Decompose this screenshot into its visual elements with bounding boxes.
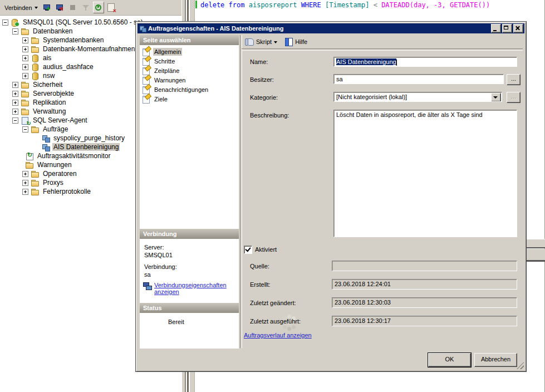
connection-label: Verbindung: (140, 258, 239, 270)
help-button[interactable]: Hilfe (282, 37, 310, 46)
folder-icon (31, 179, 40, 187)
executed-value: 23.06.2018 12:30:17 (332, 316, 517, 326)
connect-object-explorer-button[interactable] (42, 2, 53, 13)
source-label: Quelle: (250, 263, 269, 270)
stop-icon (70, 5, 75, 10)
enabled-label: Aktiviert (255, 246, 277, 253)
server-label: Server: (140, 239, 239, 251)
toolbar-separator (242, 48, 523, 51)
dialog-titlebar[interactable]: Auftragseigenschaften - AIS Datenbereini… (138, 23, 524, 33)
owner-input[interactable]: sa (333, 74, 504, 84)
modified-label: Zuletzt geändert: (250, 300, 296, 306)
nav-item-warnungen[interactable]: Warnungen (140, 75, 239, 85)
close-button[interactable] (513, 24, 523, 33)
ok-button[interactable]: OK (428, 353, 471, 367)
cancel-button[interactable]: Abbrechen (474, 353, 517, 367)
name-label: Name: (250, 58, 268, 65)
expand-icon[interactable] (22, 64, 28, 70)
nav-item-ziele[interactable]: Ziele (140, 94, 239, 104)
expand-icon[interactable] (22, 180, 28, 186)
splitter-line (187, 372, 189, 392)
sql-code-line[interactable]: delete from aisposreport WHERE [Timestam… (200, 1, 490, 9)
enabled-checkbox[interactable] (244, 246, 252, 254)
collapse-icon[interactable] (12, 117, 18, 124)
executed-label: Zuletzt ausgeführt: (250, 318, 301, 325)
connection-properties-link[interactable]: Verbindungseigenschaftenanzeigen (154, 282, 227, 295)
expand-icon[interactable] (22, 55, 28, 61)
filter-icon (82, 4, 90, 11)
category-browse-button: ... (507, 92, 521, 103)
resize-grip[interactable] (517, 362, 524, 369)
connection-panel: Server: SMSQL01 Verbindung: sa Verbindun… (140, 239, 239, 303)
description-textarea[interactable]: Löscht Daten in aisposreport, die älter … (333, 110, 517, 237)
background-window-edge-bottom (527, 249, 545, 262)
chevron-down-icon (274, 41, 277, 45)
expand-icon[interactable] (22, 37, 28, 43)
expand-icon[interactable] (12, 100, 18, 106)
nav-item-schritte[interactable]: Schritte (140, 56, 239, 66)
modified-value: 23.06.2018 12:30:03 (332, 297, 517, 308)
activity-monitor-icon (26, 152, 35, 160)
page-icon (142, 76, 151, 84)
folder-icon (31, 125, 40, 134)
nav-item-benachrichtigungen[interactable]: Benachrichtigungen (140, 85, 239, 94)
expand-icon[interactable] (12, 109, 18, 115)
expand-icon[interactable] (22, 46, 28, 52)
collapse-icon[interactable] (12, 28, 18, 35)
expand-icon[interactable] (12, 91, 18, 97)
collapse-icon[interactable] (22, 126, 28, 133)
editor-change-bar (195, 1, 197, 8)
page-icon (142, 57, 151, 65)
name-input[interactable]: AIS Datenbereinigung (333, 57, 517, 67)
folder-icon (21, 90, 30, 98)
source-input (332, 261, 517, 271)
background-window-edge-top (527, 239, 545, 248)
job-icon (42, 134, 51, 143)
dropdown-arrow-icon[interactable] (491, 93, 501, 102)
expand-icon[interactable] (22, 189, 28, 195)
owner-browse-button[interactable]: ... (507, 74, 521, 85)
filter-button (80, 2, 91, 13)
panel-divider (240, 35, 242, 348)
stop-button (67, 2, 78, 13)
folder-icon (21, 107, 30, 116)
script-icon (245, 38, 254, 46)
maximize-button[interactable] (502, 24, 512, 33)
chevron-down-icon (35, 7, 38, 11)
script-button-label: Skript (256, 38, 272, 45)
script-button[interactable]: Skript (243, 37, 279, 46)
job-icon (42, 143, 51, 151)
disconnect-button[interactable] (55, 2, 66, 13)
connect-button-label: Verbinden (4, 4, 32, 11)
dialog-title: Auftragseigenschaften - AIS Datenbereini… (148, 25, 283, 32)
job-history-link[interactable]: Auftragsverlauf anzeigen (244, 332, 312, 339)
text-cursor (396, 60, 397, 66)
nav-item-allgemein[interactable]: Allgemein (140, 47, 239, 56)
status-text: Bereit (168, 318, 184, 325)
page-icon (142, 47, 151, 56)
folder-icon (21, 99, 30, 107)
folder-icon (31, 170, 40, 178)
page-icon (142, 85, 151, 94)
dialog-toolbar: Skript Hilfe (243, 36, 310, 47)
expand-icon[interactable] (22, 73, 28, 79)
collapse-icon[interactable] (2, 19, 8, 26)
help-button-label: Hilfe (295, 38, 307, 45)
expand-icon[interactable] (12, 82, 18, 88)
connection-value: sa (140, 270, 239, 278)
server-icon (11, 18, 20, 27)
status-panel (140, 313, 239, 349)
category-select[interactable]: [Nicht kategorisiert (lokal)] (333, 92, 502, 102)
database-icon (31, 63, 40, 71)
select-page-header: Seite auswählen (140, 35, 239, 45)
folder-icon (26, 161, 35, 169)
nav-item-zeitplaene[interactable]: Zeitpläne (140, 66, 239, 75)
script-error-button[interactable] (106, 2, 117, 13)
expand-icon[interactable] (22, 171, 28, 177)
minimize-button[interactable] (491, 24, 501, 33)
connection-properties-icon (143, 282, 153, 290)
refresh-button[interactable] (93, 2, 104, 13)
folder-icon (31, 36, 40, 45)
connect-button[interactable]: Verbinden (2, 2, 40, 13)
status-header: Status (140, 303, 239, 313)
